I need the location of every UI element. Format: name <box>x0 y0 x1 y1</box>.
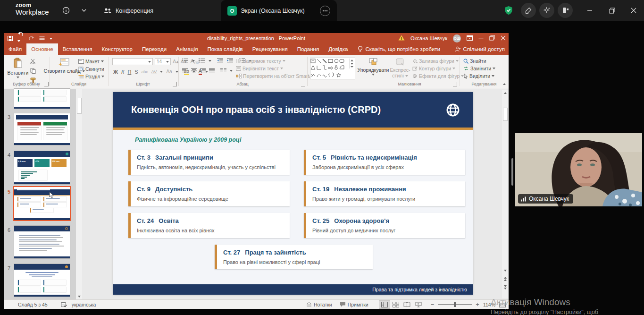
font-name-combo[interactable] <box>112 58 153 65</box>
arrange-button[interactable]: Упорядкувати <box>359 58 388 76</box>
tell-me-box[interactable]: Скажіть, що потрібно зробити <box>353 43 445 55</box>
underline-button[interactable]: П <box>127 69 131 75</box>
comments-button[interactable]: Примітки <box>340 302 368 307</box>
shapes-gallery[interactable] <box>310 58 355 79</box>
align-right-icon[interactable] <box>200 68 206 74</box>
thumbnail-slide-7[interactable] <box>14 264 70 297</box>
grow-font-icon[interactable]: A▴ <box>173 59 179 65</box>
undo-icon[interactable] <box>17 32 24 45</box>
zoom-slider-thumb[interactable] <box>454 302 456 307</box>
char-spacing-caret[interactable] <box>160 71 163 73</box>
previous-slide-button[interactable] <box>502 276 508 282</box>
start-slideshow-icon[interactable] <box>39 36 45 41</box>
strikethrough-button[interactable]: S <box>134 69 138 75</box>
info-icon[interactable] <box>59 3 74 18</box>
slideshow-view-button[interactable] <box>413 300 424 309</box>
replace-button[interactable]: Замінити <box>463 66 495 71</box>
thumbnail-slide-4[interactable]: 2,9 млн ~7% 170 тис. <box>14 151 70 184</box>
notes-button[interactable]: Нотатки <box>306 302 332 307</box>
ppt-minimize-icon[interactable] <box>478 35 484 42</box>
tab-insert[interactable]: Вставлення <box>58 43 97 55</box>
thumbnail-scrollbar-thumb[interactable] <box>77 98 82 114</box>
security-shield-icon[interactable] <box>501 3 516 18</box>
main-scrollbar[interactable] <box>502 90 508 298</box>
columns-icon[interactable] <box>220 68 226 74</box>
justify-icon[interactable] <box>209 68 215 74</box>
select-button[interactable]: Виділити <box>463 73 495 79</box>
ribbon-display-options-icon[interactable] <box>467 35 473 42</box>
section-button[interactable]: Розділ <box>78 74 104 79</box>
thumbnail-scrollbar[interactable] <box>76 89 82 299</box>
ai-companion-icon[interactable] <box>539 3 554 18</box>
numbering-button[interactable] <box>199 58 205 64</box>
customize-qat-icon[interactable] <box>50 34 52 43</box>
tab-file[interactable]: Файл <box>4 43 26 55</box>
thumbnail-slide-3[interactable] <box>14 113 70 145</box>
new-slide-button[interactable]: Створити слайд <box>52 58 76 74</box>
reading-view-button[interactable] <box>401 300 413 309</box>
increase-indent-icon[interactable] <box>227 58 233 64</box>
shape-outline-button[interactable]: Контур фігури <box>412 66 464 71</box>
share-button[interactable]: Спільний доступ <box>455 43 505 55</box>
bullets-button[interactable] <box>182 58 188 64</box>
shape-fill-button[interactable]: Заливка фігури <box>412 58 464 64</box>
tab-more-icon[interactable] <box>320 6 330 16</box>
save-icon[interactable] <box>8 36 13 41</box>
slide-indicator[interactable]: Слайд 5 з 45 <box>18 302 48 307</box>
redo-icon[interactable] <box>28 36 34 41</box>
text-shadow-button[interactable]: abc <box>142 69 148 74</box>
clipboard-dialog-launcher[interactable] <box>44 82 49 86</box>
shape-effects-button[interactable]: Ефекти для фігур <box>412 73 464 79</box>
slide-sorter-view-button[interactable] <box>390 300 401 309</box>
tab-slideshow[interactable]: Показ слайдів <box>202 43 247 55</box>
account-avatar[interactable]: ОШ <box>453 34 461 43</box>
zoom-out-button[interactable]: − <box>431 301 435 308</box>
italic-button[interactable]: К <box>121 69 124 75</box>
tab-animations[interactable]: Анімація <box>171 43 202 55</box>
thumbnail-slide-2[interactable] <box>14 89 70 109</box>
next-slide-button[interactable] <box>502 284 508 290</box>
layout-button[interactable]: Макет <box>78 59 104 64</box>
reset-button[interactable]: Скинути <box>78 66 104 72</box>
tab-view[interactable]: Подання <box>293 43 324 55</box>
chevron-down-icon[interactable] <box>76 3 92 18</box>
change-case-caret[interactable] <box>176 71 178 73</box>
shapes-scroll[interactable] <box>349 59 354 68</box>
zoom-percentage[interactable]: 114% <box>483 302 495 307</box>
tab-meeting[interactable]: Конференция <box>97 0 160 21</box>
language-indicator[interactable]: українська <box>72 302 96 307</box>
ppt-close-icon[interactable] <box>501 35 506 42</box>
decrease-indent-icon[interactable] <box>217 58 223 64</box>
thumbnail-slide-6[interactable] <box>14 226 70 258</box>
side-panel-icon[interactable] <box>558 3 573 18</box>
tab-review[interactable]: Рецензування <box>248 43 293 55</box>
video-panel-handle[interactable] <box>511 158 513 186</box>
change-case-button[interactable]: Aa <box>166 69 172 74</box>
font-dialog-launcher[interactable] <box>173 82 177 86</box>
fit-to-window-icon[interactable] <box>499 302 506 307</box>
bold-button[interactable]: Ж <box>113 69 118 75</box>
annotate-pencil-icon[interactable] <box>521 3 536 18</box>
thumbnail-scroll-down-icon[interactable] <box>76 293 82 299</box>
quick-styles-button[interactable]: Експрес-стилі <box>389 58 411 78</box>
participant-video[interactable]: Оксана Шевчук <box>515 133 642 206</box>
minimize-window-icon[interactable] <box>582 3 597 18</box>
slide-canvas[interactable]: Конвенція ООН про права осіб з інвалідні… <box>113 92 473 295</box>
tab-home[interactable]: Основне <box>26 43 58 55</box>
warning-icon[interactable] <box>398 35 405 42</box>
font-size-combo[interactable]: 14 <box>155 58 171 65</box>
tab-transitions[interactable]: Переходи <box>137 43 171 55</box>
zoom-in-button[interactable]: + <box>476 301 479 308</box>
tab-help[interactable]: Довідка <box>324 43 352 55</box>
collapse-ribbon-icon[interactable] <box>503 80 506 86</box>
drawing-dialog-launcher[interactable] <box>453 82 457 86</box>
account-name[interactable]: Оксана Шевчук <box>410 35 447 41</box>
tab-design[interactable]: Конструктор <box>97 43 137 55</box>
find-button[interactable]: Знайти <box>463 58 495 64</box>
close-window-icon[interactable] <box>626 3 641 18</box>
thumbnail-slide-5-selected[interactable] <box>14 187 70 220</box>
paste-button[interactable]: Вставити <box>8 58 28 78</box>
ppt-restore-icon[interactable] <box>489 35 495 42</box>
spellcheck-icon[interactable] <box>61 302 67 307</box>
scroll-up-icon[interactable] <box>502 90 508 96</box>
